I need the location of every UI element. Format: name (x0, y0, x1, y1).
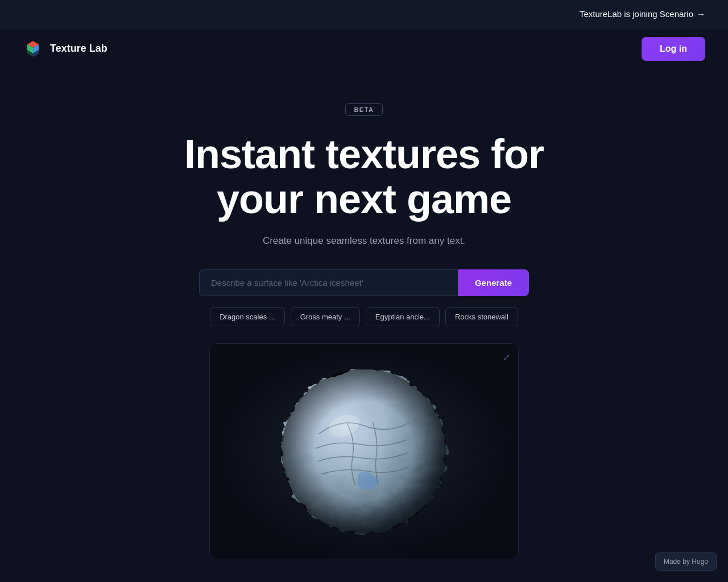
nav-title: Texture Lab (50, 43, 107, 55)
announcement-bar: TextureLab is joining Scenario → (0, 0, 728, 28)
hero-title-line2: your next game (217, 176, 511, 222)
suggestion-chip-2[interactable]: Egyptian ancie... (366, 307, 440, 326)
preview-container: ⤢ (209, 343, 519, 559)
hero-title-line1: Instant textures for (184, 131, 544, 177)
announcement-text: TextureLab is joining Scenario (580, 9, 693, 19)
suggestion-chip-3[interactable]: Rocks stonewall (445, 307, 518, 326)
announcement-link[interactable]: TextureLab is joining Scenario → (580, 9, 705, 19)
generate-button[interactable]: Generate (458, 269, 529, 296)
svg-point-7 (282, 369, 446, 534)
nav-logo[interactable]: Texture Lab (23, 39, 107, 59)
announcement-arrow: → (697, 9, 705, 19)
hero-subtitle: Create unique seamless textures from any… (263, 235, 465, 247)
search-container: Generate (199, 269, 529, 296)
logo-icon (23, 39, 43, 59)
made-by-badge: Made by Hugo (655, 552, 717, 571)
texture-search-input[interactable] (199, 269, 458, 296)
suggestions-row: Dragon scales ... Gross meaty ... Egypti… (193, 307, 535, 326)
preview-sphere-area (210, 344, 518, 559)
hero-section: BETA Instant textures for your next game… (0, 69, 728, 559)
beta-badge: BETA (345, 103, 382, 116)
hero-title: Instant textures for your next game (184, 132, 544, 222)
expand-icon[interactable]: ⤢ (503, 352, 510, 363)
suggestion-chip-0[interactable]: Dragon scales ... (210, 307, 285, 326)
suggestion-chip-1[interactable]: Gross meaty ... (291, 307, 360, 326)
login-button[interactable]: Log in (642, 37, 705, 61)
sphere-preview (273, 360, 455, 542)
navbar: Texture Lab Log in (0, 28, 728, 69)
